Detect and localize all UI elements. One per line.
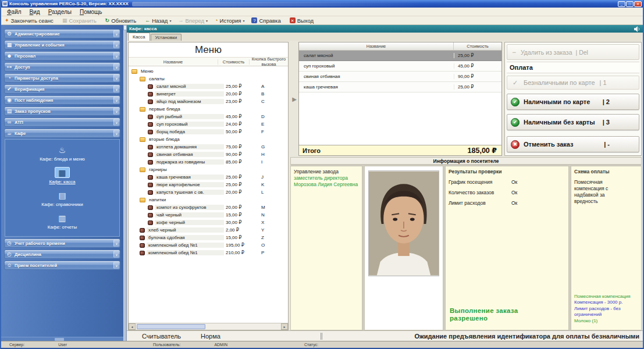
tree-row[interactable]: гарниры [129, 166, 288, 173]
sidebar-group[interactable]: ⚙ Администрирование ∨ [4, 29, 120, 38]
chevron-down-icon[interactable]: ∨ [113, 30, 119, 37]
tree-row[interactable]: каша гречневая 25,00 ₽ J [129, 173, 288, 181]
sidebar-scrollbar[interactable] [1, 337, 123, 341]
tree-row[interactable]: свиная отбивная 90,00 ₽ H [129, 151, 288, 158]
cafe-subitem[interactable]: ▦ Кафе: касса [49, 167, 75, 184]
sidebar-group[interactable]: ☺ Прием посетителей ∨ [4, 261, 120, 270]
minimize-button[interactable]: _ [618, 1, 625, 7]
cafe-subitem[interactable]: ▥ Кафе: отчеты [48, 212, 77, 230]
toolbar-button[interactable]: ✦ Закончить сеанс [2, 16, 60, 25]
payment-button[interactable]: ✓ Безналичными по карте | 1 [507, 76, 639, 90]
menu-item[interactable]: Вид [26, 8, 44, 16]
tree-row[interactable]: пюре картофельное 25,00 ₽ K [129, 181, 288, 188]
payment-button[interactable]: ✔ Наличными без карты | 3 [507, 114, 639, 130]
delete-from-order-button[interactable]: − Удалить из заказа | Del [507, 44, 639, 60]
payment-button[interactable]: ✖ Отменить заказ | - [507, 136, 639, 152]
toolbar-button[interactable]: ✕ Выход [287, 16, 320, 25]
chevron-down-icon[interactable]: ∨ [113, 240, 119, 247]
sidebar-group[interactable]: ◴ Дисциплина ∨ [4, 250, 120, 259]
column-header-name[interactable]: Название [129, 59, 218, 65]
toolbar-button[interactable]: ↻ Обновить [103, 16, 143, 25]
chevron-down-icon[interactable]: ∨ [113, 97, 119, 104]
tree-row[interactable]: винегрет 20,00 ₽ B [129, 90, 288, 98]
tree-row[interactable]: напитки [129, 196, 288, 204]
tree-row[interactable]: Меню [129, 67, 288, 75]
column-header-price[interactable]: Стоимость [218, 59, 250, 65]
tab[interactable]: Установки [151, 34, 182, 41]
chevron-down-icon[interactable]: ∨ [113, 130, 119, 137]
scroll-right-button[interactable]: ▸ [281, 323, 288, 330]
sidebar-group[interactable]: ✔ Верификация ∨ [4, 84, 120, 94]
toolbar-button[interactable]: → Вперед ▾ [176, 16, 212, 25]
tree-row[interactable]: борщ победа 50,00 ₽ F [129, 128, 288, 136]
sidebar-group[interactable]: ◷ Учет рабочего времени ∨ [4, 238, 120, 248]
chevron-down-icon[interactable]: ∨ [113, 74, 119, 81]
dropdown-arrow-icon[interactable]: ▾ [169, 19, 171, 23]
tab[interactable]: Касса [128, 33, 150, 41]
column-header-name[interactable]: Название [299, 42, 454, 51]
scrollbar-thumb[interactable] [55, 338, 64, 341]
add-to-order-arrow-icon[interactable]: ▶ [292, 96, 297, 102]
tree-row[interactable]: капуста тушеная с ов. 20,00 ₽ L [129, 188, 288, 196]
column-header-hotkey[interactable]: Кнопка быстрого вызова [250, 56, 288, 67]
order-row[interactable]: каша гречневая 25,00 ₽ [299, 82, 501, 92]
close-button[interactable]: ✕ [634, 1, 642, 7]
sidebar-group[interactable]: ◔ Параметры доступа ∨ [4, 73, 120, 83]
maximize-button[interactable]: □ [626, 1, 634, 7]
toolbar-button[interactable]: ← Назад ▾ [143, 16, 176, 25]
order-row[interactable]: свиная отбивная 90,00 ₽ [299, 72, 501, 82]
order-row[interactable]: салат мясной 25,00 ₽ [299, 51, 501, 61]
tree-row[interactable]: кофе черный 30,00 ₽ X [129, 219, 288, 226]
statusbar-splitter[interactable] [321, 333, 322, 340]
menu-item[interactable]: Файл [3, 8, 26, 16]
scrollbar-thumb[interactable] [137, 324, 205, 329]
chevron-down-icon[interactable]: ∨ [113, 63, 119, 70]
sidebar-group[interactable]: ☻ Персонал ∨ [4, 51, 120, 60]
menu-item[interactable]: Помощь [76, 8, 106, 16]
tree-row[interactable]: комплексный обед №1 195,00 ₽ O [129, 241, 288, 249]
tree-row[interactable]: яйцо под майонезом 23,00 ₽ C [129, 98, 288, 105]
tree-row[interactable]: компот из сухофруктов 20,00 ₽ M [129, 204, 288, 211]
cafe-subitem[interactable]: ▤ Кафе: справочники [41, 190, 83, 207]
scroll-left-button[interactable]: ◂ [129, 323, 136, 330]
sidebar-group[interactable]: ▤ Заказ пропусков ∨ [4, 106, 120, 116]
horizontal-scrollbar[interactable]: ◂ ▸ [129, 323, 288, 330]
tree-row[interactable]: вторые блюда [129, 136, 288, 143]
payment-button[interactable]: ✔ Наличными по карте | 2 [507, 94, 639, 110]
tree-row[interactable]: суп гороховый 24,00 ₽ E [129, 120, 288, 128]
chevron-down-icon[interactable]: ∨ [113, 251, 119, 258]
chevron-down-icon[interactable]: ∨ [113, 262, 119, 269]
tree-row[interactable]: комплексный обед №1 210,00 ₽ P [129, 249, 288, 257]
dropdown-arrow-icon[interactable]: ▾ [206, 19, 208, 23]
sidebar-group[interactable]: ⊶ Доступ ∨ [4, 62, 120, 72]
tree-row[interactable]: булочка сдобная 15,00 ₽ Z [129, 234, 288, 241]
tree-row[interactable]: салаты [129, 75, 288, 83]
toolbar-button[interactable]: ◔ История ▾ [212, 16, 249, 25]
toolbar-button[interactable]: ? Справка [249, 16, 287, 25]
toolbar-button[interactable]: ▦ Сохранить [60, 16, 103, 25]
sidebar-group[interactable]: ▦ Управление и события ∨ [4, 40, 120, 49]
sidebar-group[interactable]: ☕ Кафе ∨ [4, 129, 120, 138]
cafe-subitem[interactable]: ♨ Кафе: блюда и меню [40, 144, 85, 162]
chevron-down-icon[interactable]: ∨ [113, 119, 119, 126]
dropdown-arrow-icon[interactable]: ▾ [243, 19, 244, 23]
speaker-icon[interactable] [634, 26, 641, 32]
tree-row[interactable]: чай черный 15,00 ₽ N [129, 211, 288, 219]
order-row[interactable]: суп гороховый 45,00 ₽ [299, 61, 501, 72]
chevron-down-icon[interactable]: ∨ [113, 41, 119, 48]
sidebar-group[interactable]: ∞ АТП ∨ [4, 117, 120, 127]
tree-row[interactable]: суп рыбный 45,00 ₽ D [129, 113, 288, 120]
tree-row[interactable]: салат мясной 25,00 ₽ A [129, 83, 288, 90]
chevron-down-icon[interactable]: ∨ [113, 108, 119, 115]
sidebar-group[interactable]: ◉ Пост наблюдения ∨ [4, 95, 120, 105]
chevron-down-icon[interactable]: ∨ [113, 86, 119, 92]
menu-item[interactable]: Разделы [44, 8, 76, 16]
tree-row[interactable]: первые блюда [129, 105, 288, 113]
tree-row[interactable]: котлета домашняя 75,00 ₽ G [129, 143, 288, 151]
hotkey-hint: | 2 [603, 98, 610, 105]
chevron-down-icon[interactable]: ∨ [113, 52, 119, 59]
cafe-subitem-label: Кафе: справочники [41, 202, 83, 207]
column-header-price[interactable]: Стоимость [454, 42, 501, 51]
tree-row[interactable]: хлеб черный 2,00 ₽ Y [129, 226, 288, 234]
tree-row[interactable]: поджарка из говядины 85,00 ₽ I [129, 158, 288, 166]
